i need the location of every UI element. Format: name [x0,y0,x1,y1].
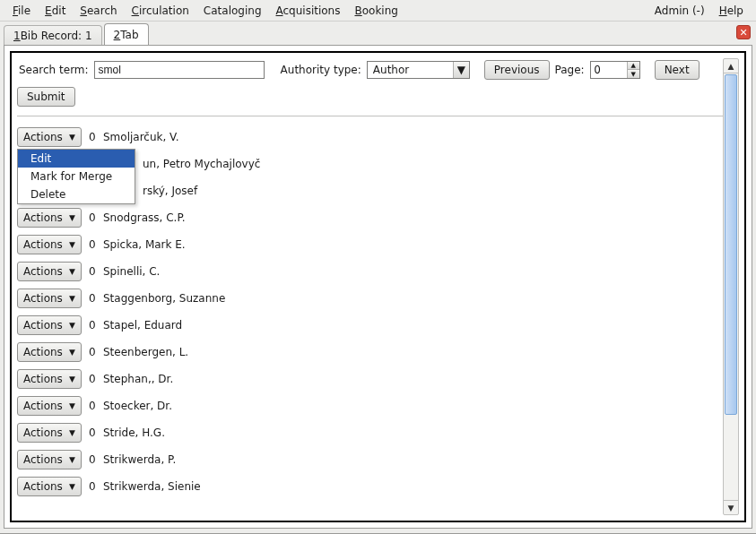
menu-booking[interactable]: Booking [347,3,404,19]
result-count: 0 [89,292,96,305]
result-count: 0 [89,265,96,278]
menu-edit[interactable]: Edit [38,3,73,19]
close-icon: ✕ [739,27,747,39]
tab-content: Search term: Authority type: Author ▼ Pr… [4,45,752,529]
menu-cataloging[interactable]: Cataloging [196,3,269,19]
result-row: Actions▼0Snodgrass, C.P. [17,204,723,231]
result-name: Staggenborg, Suzanne [103,292,225,305]
submit-button[interactable]: Submit [17,87,75,107]
result-row: Actions▼0Spinelli, C. [17,258,723,285]
actions-button-label: Actions [23,238,63,251]
menu-acquisitions[interactable]: Acquisitions [269,3,348,19]
menu-admin[interactable]: Admin (-) [647,3,712,19]
previous-button[interactable]: Previous [484,60,550,80]
chevron-down-icon: ▼ [69,348,75,357]
authority-type-combo[interactable]: Author ▼ [367,61,470,79]
menu-circulation[interactable]: Circulation [125,3,196,19]
results-list: Actions▼0Smoljarčuk, V.un, Petro Mychajl… [17,124,723,500]
scroll-up-icon[interactable]: ▲ [724,59,738,73]
next-button[interactable]: Next [655,60,700,80]
result-row: Actions▼0Spicka, Mark E. [17,231,723,258]
actions-menu-edit[interactable]: Edit [18,150,135,168]
actions-button-label: Actions [23,346,63,358]
result-row: Actions▼0Strikwerda, P. [17,446,723,473]
actions-button[interactable]: Actions▼ [17,369,82,389]
result-count: 0 [89,211,96,224]
tab-accel: 1 [13,30,21,42]
chevron-down-icon[interactable]: ▼ [453,62,469,78]
actions-button[interactable]: Actions▼ [17,450,82,469]
actions-button[interactable]: Actions▼ [17,262,82,281]
page-step-down[interactable]: ▼ [627,70,639,78]
actions-button[interactable]: Actions▼ [17,477,82,496]
result-name: Spinelli, C. [103,265,160,278]
tab-close-button[interactable]: ✕ [736,25,751,39]
actions-button-label: Actions [23,373,63,385]
separator [17,116,723,116]
actions-menu-mark[interactable]: Mark for Merge [18,168,135,185]
result-row: Actions▼0Stephan,, Dr. [17,366,723,392]
result-name: Stapel, Eduard [103,319,182,332]
actions-menu-delete[interactable]: Delete [18,185,135,203]
actions-button[interactable]: Actions▼ [17,235,82,254]
actions-button[interactable]: Actions▼ [17,208,82,228]
result-name: Strikwerda, Sienie [103,480,201,493]
actions-button-label: Actions [23,319,63,332]
actions-button[interactable]: Actions▼ [17,315,82,335]
result-count: 0 [89,131,96,143]
scroll-down-icon[interactable]: ▼ [724,500,738,514]
result-row: Actions▼0Stride, H.G. [17,419,723,446]
menu-search[interactable]: Search [73,3,124,19]
chevron-down-icon: ▼ [69,321,75,330]
actions-button[interactable]: Actions▼ [17,127,82,147]
result-count: 0 [89,238,96,251]
result-name: rský, Josef [143,185,197,197]
search-row: Search term: Authority type: Author ▼ Pr… [17,58,723,87]
page-step-up[interactable]: ▲ [627,62,639,70]
result-count: 0 [89,480,96,493]
menu-help[interactable]: Help [712,3,751,19]
chevron-down-icon: ▼ [69,375,75,383]
actions-button-label: Actions [23,480,63,493]
result-name: Steenbergen, L. [103,346,188,358]
result-name: Strikwerda, P. [103,453,176,466]
chevron-down-icon: ▼ [69,428,75,437]
tab-bar: 1 Bib Record: 1 2 Tab ✕ [0,22,756,45]
scroll-thumb[interactable] [725,74,737,415]
result-count: 0 [89,346,96,358]
result-row: Actions▼0Stoecker, Dr. [17,392,723,419]
result-row: Actions▼0Strikwerda, Sienie [17,473,723,500]
tab-label: Tab [120,29,138,41]
chevron-down-icon: ▼ [69,294,75,303]
actions-dropdown: EditMark for MergeDelete [17,149,135,204]
actions-button-label: Actions [23,453,63,466]
result-count: 0 [89,319,96,332]
menu-file[interactable]: File [5,3,38,19]
search-term-label: Search term: [19,64,89,76]
chevron-down-icon: ▼ [69,213,75,222]
chevron-down-icon: ▼ [69,240,75,249]
tab-label: Bib Record: 1 [21,30,92,42]
actions-button-label: Actions [23,426,63,439]
scrollbar[interactable]: ▲ ▼ [723,58,739,515]
chevron-down-icon: ▼ [69,133,75,142]
page-label: Page: [555,64,585,76]
actions-button-label: Actions [23,400,63,412]
actions-button-label: Actions [23,292,63,305]
result-name: Smoljarčuk, V. [103,131,179,143]
tab-bib-record-1[interactable]: 1 Bib Record: 1 [4,25,102,45]
actions-button[interactable]: Actions▼ [17,342,82,362]
result-name: Stoecker, Dr. [103,400,172,412]
result-count: 0 [89,400,96,412]
page-input[interactable] [591,62,627,78]
tab-2[interactable]: 2 Tab [104,23,149,45]
authority-type-value: Author [368,64,453,76]
result-name: Stride, H.G. [103,426,165,439]
actions-button[interactable]: Actions▼ [17,423,82,443]
result-row: Actions▼0Staggenborg, Suzanne [17,285,723,312]
search-term-input[interactable] [94,61,265,79]
actions-button[interactable]: Actions▼ [17,289,82,308]
result-name: un, Petro Mychajlovyč [143,158,260,170]
actions-button[interactable]: Actions▼ [17,396,82,416]
page-stepper[interactable]: ▲ ▼ [590,61,640,79]
